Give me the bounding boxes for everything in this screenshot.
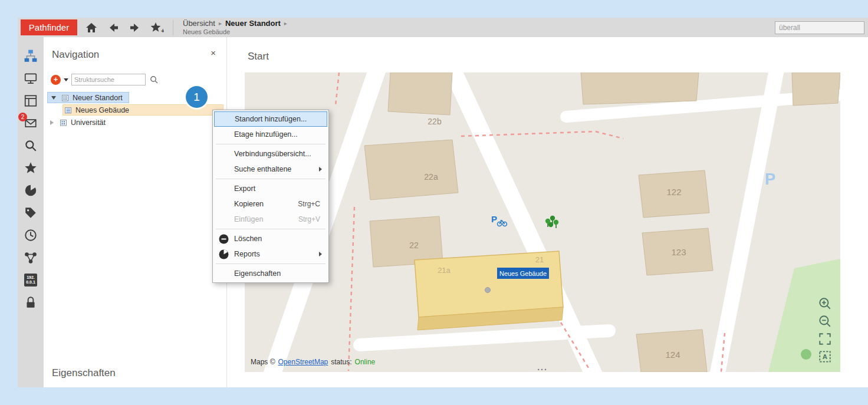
map-attribution: Maps © OpenStreetMap status: Online	[251, 358, 375, 366]
menu-item-einfuegen: Einfügen Strg+V	[214, 212, 327, 227]
module-icon-bar: 2	[18, 37, 44, 387]
svg-text:P: P	[491, 214, 497, 224]
menu-item-label: Suche enthaltene	[234, 165, 291, 173]
housenumber-124: 124	[665, 350, 680, 360]
menu-item-label: Etage hinzufügen...	[234, 130, 298, 139]
breadcrumb: Übersicht ▸ Neuer Standort ▸ Neues Gebäu…	[183, 19, 291, 37]
menu-item-label: Kopieren	[234, 200, 264, 208]
housenumber-21a: 21a	[438, 266, 451, 275]
favorites-icon[interactable]	[22, 160, 39, 176]
tree-item-label: Universität	[71, 118, 106, 127]
menu-item-shortcut: Strg+C	[298, 200, 320, 208]
submenu-arrow-icon	[319, 167, 322, 172]
search-module-icon[interactable]	[22, 137, 39, 154]
map-tooltip: Neues Gebäude	[497, 268, 549, 279]
breadcrumb-sub-item[interactable]: Neues Gebäude	[183, 28, 291, 37]
parking-area-label: P	[765, 170, 775, 188]
panel-resize-handle[interactable]: ...	[537, 363, 548, 372]
menu-item-export[interactable]: Export	[214, 181, 327, 196]
add-favorite-icon[interactable]: +	[149, 20, 165, 35]
panel-layout-icon[interactable]	[22, 93, 39, 109]
menu-item-label: Eigenschaften	[234, 269, 281, 278]
page-title: Start	[248, 51, 269, 62]
history-icon[interactable]	[22, 227, 39, 243]
minus-circle-icon	[219, 234, 229, 244]
menu-item-label: Löschen	[234, 235, 262, 243]
bicycle-parking-icon: P	[491, 214, 507, 226]
menu-item-label: Verbindungsübersicht...	[234, 150, 311, 158]
global-search-input[interactable]	[775, 21, 864, 34]
map-view[interactable]: 21a 21 22b 22a 22 122 123 124 P P	[245, 73, 840, 372]
topology-icon[interactable]	[22, 249, 39, 266]
security-lock-icon[interactable]	[22, 294, 39, 311]
menu-item-suche-enthaltene[interactable]: Suche enthaltene	[214, 162, 327, 177]
breadcrumb-separator: ▸	[284, 19, 287, 28]
menu-item-standort-hinzufuegen[interactable]: Standort hinzufügen...	[214, 111, 327, 127]
structure-search-input[interactable]	[71, 74, 146, 85]
housenumber-123: 123	[671, 247, 686, 257]
pathfinder-menu-button[interactable]: Pathfinder	[21, 19, 77, 35]
submenu-arrow-icon	[319, 252, 322, 256]
menu-separator	[216, 144, 326, 144]
step-annotation-badge: 1	[186, 86, 208, 108]
tags-icon[interactable]	[22, 205, 39, 221]
menu-item-loeschen[interactable]: Löschen	[214, 231, 327, 246]
tree-item-label: Neuer Standort	[73, 94, 123, 102]
messages-icon[interactable]: 2	[22, 115, 39, 131]
svg-text:A: A	[823, 353, 827, 360]
menu-item-label: Einfügen	[234, 215, 263, 223]
menu-item-etage-hinzufuegen[interactable]: Etage hinzufügen...	[214, 127, 327, 142]
housenumber-22: 22	[409, 241, 419, 250]
menu-item-shortcut: Strg+V	[298, 215, 320, 223]
menu-separator	[216, 264, 326, 264]
breadcrumb-current[interactable]: Neuer Standort	[225, 19, 281, 28]
reports-icon[interactable]	[22, 182, 39, 199]
site-building-icon	[60, 118, 68, 127]
menu-item-label: Standort hinzufügen...	[235, 115, 307, 123]
fullscreen-icon[interactable]	[818, 332, 832, 346]
navigation-panel-title: Navigation	[52, 49, 99, 61]
building-marker[interactable]	[485, 288, 491, 293]
menu-item-reports[interactable]: Reports	[214, 246, 327, 262]
ip-addresses-icon[interactable]: 192.0.0.1	[22, 272, 39, 288]
navigation-tree-icon[interactable]	[22, 48, 39, 64]
tree-row-universitaet[interactable]: Universität	[47, 116, 223, 129]
housenumber-122: 122	[666, 187, 681, 197]
housenumber-22b: 22b	[428, 117, 442, 126]
attribution-prefix: Maps ©	[251, 358, 275, 366]
menu-separator	[216, 179, 326, 179]
pie-chart-icon	[219, 249, 229, 259]
structure-search-icon[interactable]	[150, 75, 159, 84]
toolbar-divider	[173, 20, 173, 35]
breadcrumb-separator: ▸	[219, 19, 222, 28]
menu-item-verbindungsuebersicht[interactable]: Verbindungsübersicht...	[214, 146, 327, 162]
zoom-out-icon[interactable]	[818, 314, 832, 328]
openstreetmap-link[interactable]: OpenStreetMap	[278, 358, 328, 366]
expander-right-icon[interactable]	[50, 120, 54, 125]
expander-down-icon[interactable]	[51, 96, 56, 100]
map-controls: A	[818, 297, 832, 364]
menu-item-eigenschaften[interactable]: Eigenschaften	[214, 266, 327, 281]
add-item-dropdown-icon[interactable]	[64, 78, 68, 81]
context-menu: Standort hinzufügen... Etage hinzufügen.…	[212, 110, 329, 283]
back-icon[interactable]	[106, 20, 121, 35]
pathfinder-app: Pathfinder + Übersicht ▸ Neuer Standort …	[0, 0, 868, 405]
tree-selection[interactable]: Neuer Standort	[47, 92, 129, 103]
menu-separator	[216, 229, 326, 229]
menu-item-kopieren[interactable]: Kopieren Strg+C	[214, 196, 327, 212]
top-toolbar: Pathfinder + Übersicht ▸ Neuer Standort …	[18, 18, 868, 37]
building-icon	[64, 106, 73, 114]
ip-icon-line1: 192.	[27, 275, 35, 279]
add-item-button[interactable]: +	[51, 75, 61, 85]
properties-panel-title: Eigenschaften	[52, 367, 116, 379]
messages-badge: 2	[18, 113, 27, 121]
forward-icon[interactable]	[127, 20, 143, 35]
devices-icon[interactable]	[22, 70, 39, 87]
overview-map-icon[interactable]: A	[818, 350, 832, 364]
close-panel-icon[interactable]: ×	[211, 48, 216, 58]
zoom-in-icon[interactable]	[818, 297, 832, 311]
menu-item-label: Reports	[234, 250, 260, 258]
breadcrumb-root[interactable]: Übersicht	[183, 19, 215, 28]
home-icon[interactable]	[84, 20, 99, 35]
trees-icon	[545, 216, 558, 228]
